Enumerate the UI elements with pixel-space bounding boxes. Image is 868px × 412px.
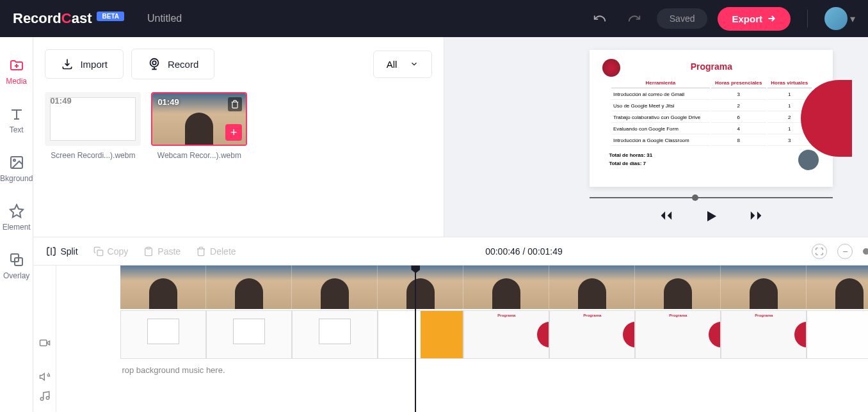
download-icon — [61, 58, 74, 70]
chevron-down-icon — [410, 59, 419, 68]
sidebar-item-label: Overlay — [3, 271, 29, 280]
redo-icon — [627, 12, 641, 26]
delete-button[interactable]: Delete — [196, 246, 236, 257]
audio-track-icon — [33, 367, 56, 386]
add-to-timeline-button[interactable]: + — [225, 124, 242, 141]
fit-button[interactable] — [812, 244, 827, 259]
left-sidebar: Media Text Bkground Element Overlay — [0, 37, 33, 412]
trash-icon — [196, 246, 206, 257]
music-track-icon — [33, 386, 56, 406]
star-icon — [9, 203, 24, 219]
timeline-timecode: 00:00:46 / 00:01:49 — [485, 246, 563, 257]
preview-canvas: Programa HerramientaHoras presencialesHo… — [590, 50, 833, 187]
trash-icon — [230, 100, 239, 109]
sidebar-item-label: Element — [3, 223, 31, 232]
rewind-button[interactable] — [659, 209, 673, 224]
split-button[interactable]: Split — [46, 246, 77, 257]
undo-icon — [593, 12, 607, 26]
text-icon — [9, 106, 24, 122]
play-icon — [703, 209, 719, 224]
arrow-right-icon — [766, 13, 776, 24]
slide-logo — [602, 59, 620, 77]
delete-media-button[interactable] — [228, 97, 242, 111]
audio-hint: rop background music here. — [122, 365, 225, 375]
slide-title: Programa — [596, 61, 826, 72]
media-panel: Import Record All — [33, 37, 444, 237]
sidebar-item-label: Text — [10, 125, 24, 134]
slide-table: HerramientaHoras presencialesHoras virtu… — [610, 77, 813, 147]
sidebar-item-text[interactable]: Text — [0, 96, 33, 145]
webcam-track[interactable] — [120, 265, 868, 309]
export-label: Export — [732, 13, 762, 24]
sidebar-item-label: Bkground — [0, 174, 33, 183]
sidebar-item-media[interactable]: Media — [0, 47, 33, 96]
thumb-duration: 01:49 — [50, 96, 71, 106]
svg-rect-8 — [40, 340, 47, 346]
paste-button[interactable]: Paste — [143, 246, 181, 257]
record-button[interactable]: Record — [131, 49, 214, 79]
split-icon — [46, 246, 56, 257]
record-label: Record — [168, 59, 198, 70]
sidebar-item-background[interactable]: Bkground — [0, 145, 33, 193]
split-label: Split — [60, 246, 77, 257]
media-item-webcam[interactable]: 01:49 + Webcam Recor...).webm — [151, 92, 247, 160]
import-button[interactable]: Import — [45, 49, 124, 79]
import-label: Import — [80, 59, 108, 70]
svg-point-1 — [13, 159, 15, 161]
paste-icon — [143, 246, 154, 257]
forward-icon — [750, 209, 764, 223]
image-icon — [9, 155, 24, 170]
export-button[interactable]: Export — [718, 7, 791, 31]
media-item-screen[interactable]: 01:49 Screen Recordi...).webm — [45, 92, 141, 160]
undo-button[interactable] — [588, 6, 612, 31]
app-logo: RecordCast BETA — [13, 10, 124, 27]
svg-point-9 — [40, 397, 44, 400]
rewind-icon — [659, 209, 673, 223]
sidebar-item-label: Media — [6, 77, 27, 86]
saved-status: Saved — [657, 8, 708, 29]
fit-icon — [815, 247, 824, 256]
webcam-icon — [147, 57, 161, 71]
delete-label: Delete — [210, 246, 236, 257]
copy-label: Copy — [108, 246, 129, 257]
copy-icon — [93, 246, 104, 257]
filter-label: All — [387, 59, 398, 70]
video-track-icon — [33, 319, 56, 367]
playhead[interactable] — [415, 265, 416, 412]
overlay-icon — [9, 252, 24, 267]
plus-icon: + — [230, 126, 237, 139]
zoom-slider[interactable] — [863, 251, 868, 252]
redo-button[interactable] — [622, 6, 647, 31]
preview-scrubber[interactable] — [590, 197, 833, 198]
play-button[interactable] — [703, 209, 719, 224]
timeline-tracks[interactable]: Programa Programa Programa Programa rop … — [56, 265, 868, 412]
svg-rect-6 — [97, 250, 103, 256]
timeline-toolbar: Split Copy Paste Delete 00:00:46 / 00:01… — [33, 237, 868, 265]
svg-point-10 — [46, 397, 49, 400]
sidebar-item-overlay[interactable]: Overlay — [0, 242, 33, 290]
svg-rect-7 — [147, 247, 150, 249]
svg-point-5 — [152, 61, 156, 65]
copy-button[interactable]: Copy — [93, 246, 129, 257]
media-name: Screen Recordi...).webm — [45, 151, 141, 160]
zoom-out-button[interactable]: − — [837, 244, 853, 259]
user-menu[interactable]: ▾ — [824, 7, 855, 30]
media-name: Webcam Recor...).webm — [151, 151, 247, 160]
logo-text: RecordCast — [13, 10, 92, 27]
minus-icon: − — [842, 246, 848, 257]
timeline: Programa Programa Programa Programa rop … — [33, 265, 868, 412]
filter-select[interactable]: All — [373, 51, 433, 78]
avatar — [824, 7, 848, 30]
project-title-input[interactable]: Untitled — [147, 13, 182, 24]
media-folder-icon — [9, 58, 24, 73]
app-header: RecordCast BETA Untitled Saved Export ▾ — [0, 0, 868, 37]
screen-track[interactable]: Programa Programa Programa Programa — [120, 310, 868, 359]
sidebar-item-element[interactable]: Element — [0, 193, 33, 242]
audio-track[interactable]: rop background music here. — [120, 360, 868, 379]
webcam-pip — [791, 150, 826, 180]
forward-button[interactable] — [750, 209, 764, 224]
paste-label: Paste — [157, 246, 181, 257]
beta-badge: BETA — [97, 12, 124, 21]
preview-panel: Programa HerramientaHoras presencialesHo… — [444, 37, 868, 237]
thumb-duration: 01:49 — [157, 97, 179, 107]
